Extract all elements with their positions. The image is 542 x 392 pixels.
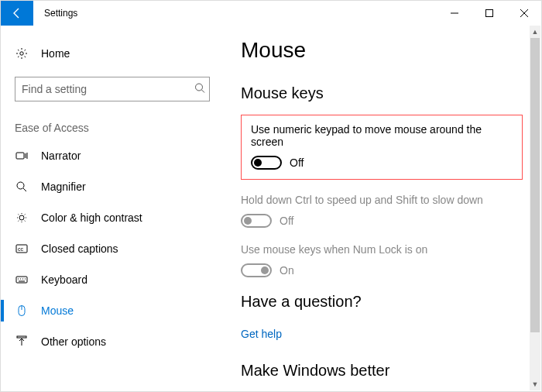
sidebar-item-label: Closed captions <box>41 242 118 255</box>
setting-ctrl-shift: Hold down Ctrl to speed up and Shift to … <box>241 194 523 228</box>
svg-rect-13 <box>16 277 27 283</box>
sidebar-home-label: Home <box>41 47 70 60</box>
svg-line-6 <box>202 90 205 93</box>
toggle-numlock <box>241 263 272 277</box>
maximize-icon <box>485 9 493 17</box>
svg-point-8 <box>17 182 24 189</box>
sidebar-category: Ease of Access <box>1 115 225 140</box>
back-button[interactable] <box>1 1 33 26</box>
svg-point-5 <box>196 84 203 91</box>
vertical-scrollbar[interactable]: ▲ ▼ <box>530 26 540 390</box>
setting-ctrl-shift-label: Hold down Ctrl to speed up and Shift to … <box>241 194 523 206</box>
svg-line-9 <box>23 188 26 191</box>
search-icon <box>194 83 205 96</box>
highlighted-setting: Use numeric keypad to move mouse around … <box>241 115 523 180</box>
scroll-thumb[interactable] <box>530 38 540 332</box>
sidebar-item-label: Other options <box>41 335 106 348</box>
sidebar-item-mouse[interactable]: Mouse <box>1 295 225 326</box>
search-field[interactable] <box>15 77 210 101</box>
sidebar-item-other-options[interactable]: Other options <box>1 326 225 357</box>
mouse-icon <box>15 304 29 317</box>
titlebar: Settings <box>1 1 541 26</box>
keyboard-icon <box>15 273 29 286</box>
setting-numlock-label: Use mouse keys when Num Lock is on <box>241 243 523 256</box>
svg-rect-1 <box>485 10 492 17</box>
toggle-state-label: On <box>280 264 294 277</box>
toggle-ctrl-shift <box>241 214 272 228</box>
toggle-numeric-keypad[interactable] <box>251 156 282 170</box>
close-icon <box>520 9 528 17</box>
sidebar-item-label: Color & high contrast <box>41 211 142 224</box>
arrow-left-icon <box>11 7 23 19</box>
setting-numeric-keypad-label: Use numeric keypad to move mouse around … <box>251 123 513 148</box>
scroll-up-arrow[interactable]: ▲ <box>530 26 540 38</box>
sidebar-item-label: Keyboard <box>41 273 87 286</box>
svg-point-4 <box>20 52 23 55</box>
toggle-state-label: Off <box>290 156 304 169</box>
section-mouse-keys: Mouse keys <box>241 84 523 102</box>
sidebar-item-label: Narrator <box>41 150 81 162</box>
sidebar-home[interactable]: Home <box>1 38 225 69</box>
content: Home Ease of Access Narrator Magnifier C… <box>1 26 541 391</box>
svg-rect-7 <box>16 153 24 159</box>
captions-icon: cc <box>15 242 29 255</box>
svg-text:cc: cc <box>18 246 24 252</box>
get-help-link[interactable]: Get help <box>241 328 282 340</box>
maximize-button[interactable] <box>472 1 506 26</box>
setting-numeric-keypad-toggle-row: Off <box>251 156 513 170</box>
minimize-button[interactable] <box>437 1 472 26</box>
section-question: Have a question? <box>241 293 523 311</box>
gear-icon <box>15 47 29 60</box>
sidebar-item-label: Magnifier <box>41 181 86 193</box>
sidebar-item-closed-captions[interactable]: cc Closed captions <box>1 233 225 264</box>
contrast-icon <box>15 211 29 224</box>
arrow-out-icon <box>15 335 29 348</box>
sidebar-item-label: Mouse <box>41 304 74 317</box>
minimize-icon <box>451 9 458 17</box>
sidebar-item-narrator[interactable]: Narrator <box>1 140 225 171</box>
section-feedback: Make Windows better <box>241 362 523 380</box>
window-title: Settings <box>33 1 437 26</box>
sidebar: Home Ease of Access Narrator Magnifier C… <box>1 26 225 391</box>
main: Mouse Mouse keys Use numeric keypad to m… <box>225 26 541 391</box>
svg-point-10 <box>19 215 24 220</box>
sidebar-item-color-contrast[interactable]: Color & high contrast <box>1 202 225 233</box>
search-input[interactable] <box>15 77 210 101</box>
magnifier-icon <box>15 181 29 193</box>
setting-numlock: Use mouse keys when Num Lock is on On <box>241 243 523 277</box>
window-controls <box>437 1 541 26</box>
sidebar-item-keyboard[interactable]: Keyboard <box>1 264 225 295</box>
toggle-state-label: Off <box>280 215 293 227</box>
narrator-icon <box>15 150 29 162</box>
sidebar-item-magnifier[interactable]: Magnifier <box>1 171 225 202</box>
close-button[interactable] <box>506 1 541 26</box>
svg-rect-21 <box>17 336 26 338</box>
scroll-down-arrow[interactable]: ▼ <box>530 378 540 390</box>
page-title: Mouse <box>241 38 523 63</box>
